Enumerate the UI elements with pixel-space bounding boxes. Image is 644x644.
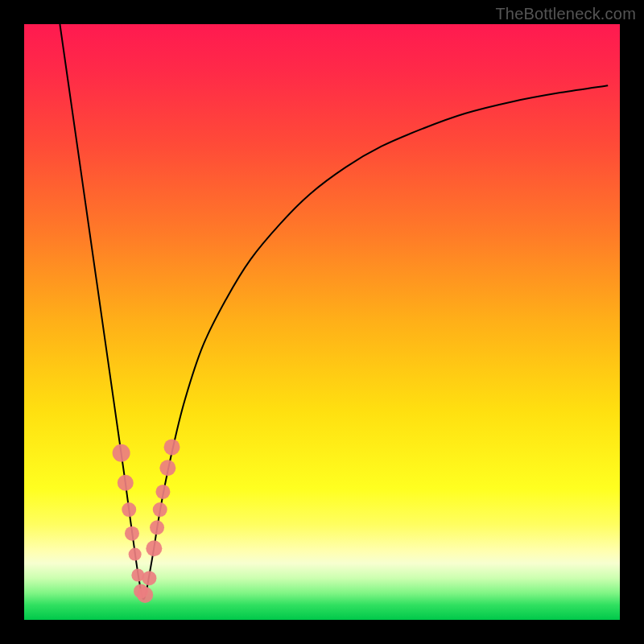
marker-point — [155, 485, 170, 499]
bottleneck-chart — [24, 24, 620, 620]
plot-area — [24, 24, 620, 620]
marker-point — [129, 548, 142, 561]
marker-point — [137, 587, 153, 603]
marker-point — [113, 444, 130, 462]
chart-frame: TheBottleneck.com — [0, 0, 644, 644]
gradient-background — [24, 24, 620, 620]
marker-point — [164, 439, 180, 455]
watermark-text: TheBottleneck.com — [495, 5, 636, 23]
marker-point — [146, 540, 162, 556]
marker-point — [142, 571, 156, 585]
marker-point — [159, 460, 175, 476]
marker-point — [153, 502, 167, 517]
marker-point — [118, 475, 134, 491]
marker-point — [150, 520, 164, 535]
marker-point — [122, 502, 136, 517]
marker-point — [125, 526, 139, 541]
